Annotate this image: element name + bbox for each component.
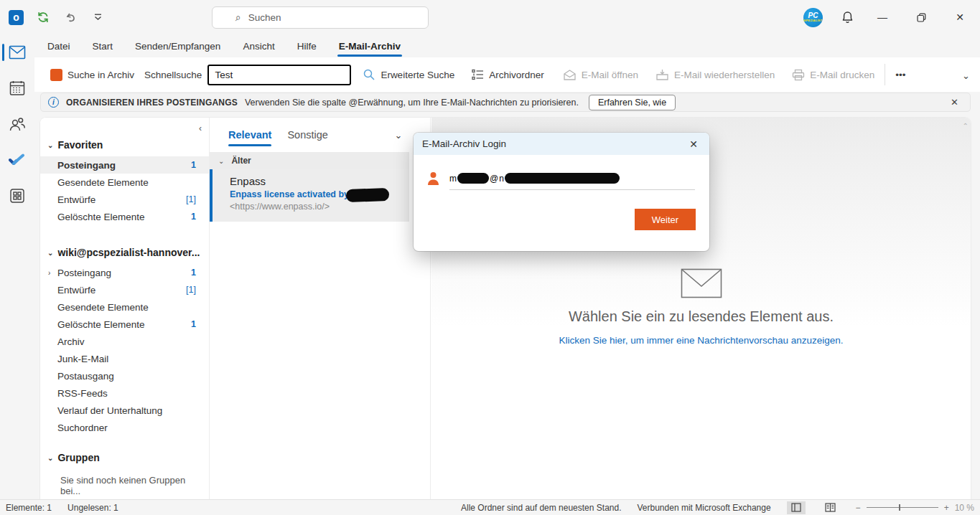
account-header[interactable]: ⌄ wiki@pcspezialist-hannover...: [40, 241, 209, 264]
zoom-slider-thumb[interactable]: [899, 504, 900, 511]
banner-title: ORGANISIEREN IHRES POSTEINGANGS: [66, 98, 238, 108]
title-bar: o ⌕ PCSPEZIALIST — ✕: [0, 0, 980, 34]
chevron-down-icon: ⌄: [47, 249, 53, 257]
folder-archiv[interactable]: Archiv: [40, 333, 209, 350]
restore-email-icon: [655, 69, 669, 81]
redacted-email-domain: [505, 173, 620, 184]
folders-status: Alle Ordner sind auf dem neuesten Stand.: [461, 503, 621, 513]
search-input[interactable]: [248, 12, 414, 23]
mail-preview: <https://www.enpass.io/>: [230, 202, 402, 212]
items-count: Elemente: 1: [6, 503, 52, 513]
tab-hilfe[interactable]: Hilfe: [296, 37, 318, 56]
toolbar-separator: [885, 64, 885, 85]
zoom-level[interactable]: 10 %: [955, 503, 974, 513]
tab-senden-empfangen[interactable]: Senden/Empfangen: [134, 37, 222, 56]
layout-view-icon[interactable]: [787, 501, 806, 514]
ribbon-tab-row: Datei Start Senden/Empfangen Ansicht Hil…: [40, 34, 974, 57]
scrollbar-up-icon[interactable]: ⌃: [963, 122, 969, 130]
collapse-folder-pane-icon[interactable]: ‹: [199, 123, 202, 133]
groups-header[interactable]: ⌄ Gruppen: [40, 446, 209, 469]
weiter-button[interactable]: Weiter: [635, 209, 696, 230]
email-input-underline: [449, 189, 695, 190]
outlook-app-icon: o: [9, 10, 24, 25]
chevron-down-icon: ⌄: [218, 157, 224, 165]
tab-datei[interactable]: Datei: [46, 37, 72, 56]
search-icon: ⌕: [235, 11, 241, 24]
quick-search-label: Schnellsuche: [144, 70, 202, 80]
folder-junk[interactable]: Junk-E-Mail: [40, 350, 209, 367]
folder-suchordner[interactable]: Suchordner: [40, 419, 209, 436]
tab-relevant[interactable]: Relevant: [228, 126, 271, 143]
tab-email-archiv[interactable]: E-Mail-Archiv: [337, 37, 402, 56]
restore-email-button: E-Mail wiederherstellen: [655, 69, 775, 81]
rail-todo-icon[interactable]: [0, 151, 34, 169]
undo-icon[interactable]: [62, 9, 78, 25]
zoom-out-icon[interactable]: −: [856, 503, 861, 513]
notifications-bell-icon[interactable]: [841, 11, 854, 24]
quick-search-input[interactable]: [207, 65, 351, 85]
print-email-button: E-Mail drucken: [792, 69, 874, 81]
dialog-title: E-Mail-Archiv Login: [422, 138, 506, 149]
toolbar-overflow-button[interactable]: •••: [895, 70, 905, 80]
folder-verlauf[interactable]: Verlauf der Unterhaltung: [40, 402, 209, 419]
login-email-field[interactable]: m@n: [449, 173, 620, 184]
folder-entwuerfe[interactable]: Entwürfe[1]: [40, 281, 209, 298]
customize-toolbar-chevron-icon[interactable]: [90, 9, 106, 25]
connection-status: Verbunden mit Microsoft Exchange: [638, 503, 771, 513]
folder-entwuerfe-fav[interactable]: Entwürfe[1]: [40, 191, 209, 208]
rail-calendar-icon[interactable]: [0, 79, 34, 98]
tab-start[interactable]: Start: [91, 37, 115, 56]
global-search-input[interactable]: ⌕: [212, 6, 429, 29]
zoom-slider[interactable]: [867, 507, 938, 508]
favorites-header[interactable]: ⌄ Favoriten: [40, 133, 209, 156]
dialog-close-icon[interactable]: ✕: [686, 137, 701, 151]
message-list: Relevant Sonstige ⌄ ↑ ⌄ Älter Enpass Enp…: [210, 118, 431, 499]
expand-chevron-icon[interactable]: ›: [48, 269, 50, 277]
folder-gesendete[interactable]: Gesendete Elemente: [40, 298, 209, 316]
chevron-down-icon: ⌄: [47, 454, 53, 462]
ribbon-collapse-chevron-icon[interactable]: ⌄: [962, 70, 970, 81]
rail-more-apps-icon[interactable]: [0, 186, 34, 205]
mail-item-enpass[interactable]: Enpass Enpass license activated by... <h…: [210, 169, 409, 222]
folder-posteingang-fav[interactable]: Posteingang1: [40, 156, 209, 174]
account-avatar[interactable]: PCSPEZIALIST: [803, 8, 823, 27]
app-rail: [0, 34, 34, 499]
folder-geloeschte[interactable]: Gelöschte Elemente1: [40, 316, 209, 333]
reading-view-icon[interactable]: [821, 501, 840, 514]
folder-posteingang[interactable]: › Posteingang1: [40, 264, 209, 281]
inbox-tip-banner: i ORGANISIEREN IHRES POSTEINGANGS Verwen…: [40, 93, 971, 112]
printer-icon: [792, 69, 805, 81]
preview-settings-link[interactable]: Klicken Sie hier, um immer eine Nachrich…: [559, 335, 843, 346]
send-receive-refresh-icon[interactable]: [35, 9, 51, 25]
empty-state-message: Wählen Sie ein zu lesendes Element aus.: [569, 308, 834, 325]
archive-folders-button[interactable]: Archivordner: [472, 69, 544, 80]
info-icon: i: [48, 97, 59, 108]
close-button[interactable]: ✕: [950, 7, 970, 27]
advanced-search-button[interactable]: Erweiterte Suche: [363, 68, 454, 81]
rail-mail-icon[interactable]: [0, 43, 34, 62]
maximize-button[interactable]: [911, 7, 931, 27]
redacted-email-local: [457, 173, 489, 184]
folder-postausgang[interactable]: Postausgang: [40, 367, 209, 384]
folder-gesendete-fav[interactable]: Gesendete Elemente: [40, 174, 209, 191]
tab-ansicht[interactable]: Ansicht: [241, 37, 276, 56]
tab-sonstige[interactable]: Sonstige: [287, 126, 327, 143]
unread-count: 1: [191, 212, 196, 222]
status-bar: Elemente: 1 Ungelesen: 1 Alle Ordner sin…: [0, 499, 980, 515]
folder-pane: ‹ ⌄ Favoriten Posteingang1 Gesendete Ele…: [40, 118, 210, 499]
groups-empty-text: Sie sind noch keinen Gruppen bei...: [40, 469, 209, 496]
group-header-aelter[interactable]: ⌄ Älter: [210, 152, 409, 169]
chevron-down-icon: ⌄: [47, 141, 53, 149]
email-archiv-login-dialog: E-Mail-Archiv Login ✕ m@n Weiter: [414, 133, 709, 251]
learn-how-button[interactable]: Erfahren Sie, wie: [589, 95, 676, 110]
ribbon-toolbar: Suche in Archiv Schnellsuche Erweiterte …: [34, 57, 980, 92]
open-email-icon: [563, 69, 577, 81]
search-in-archive-button[interactable]: Suche in Archiv: [50, 69, 134, 81]
filter-chevron-icon[interactable]: ⌄: [395, 130, 403, 141]
folder-geloeschte-fav[interactable]: Gelöschte Elemente1: [40, 208, 209, 225]
rail-people-icon[interactable]: [0, 115, 34, 133]
banner-close-icon[interactable]: ✕: [946, 97, 963, 108]
folder-rss[interactable]: RSS-Feeds: [40, 384, 209, 402]
zoom-in-icon[interactable]: +: [944, 503, 949, 513]
minimize-button[interactable]: —: [872, 7, 892, 27]
